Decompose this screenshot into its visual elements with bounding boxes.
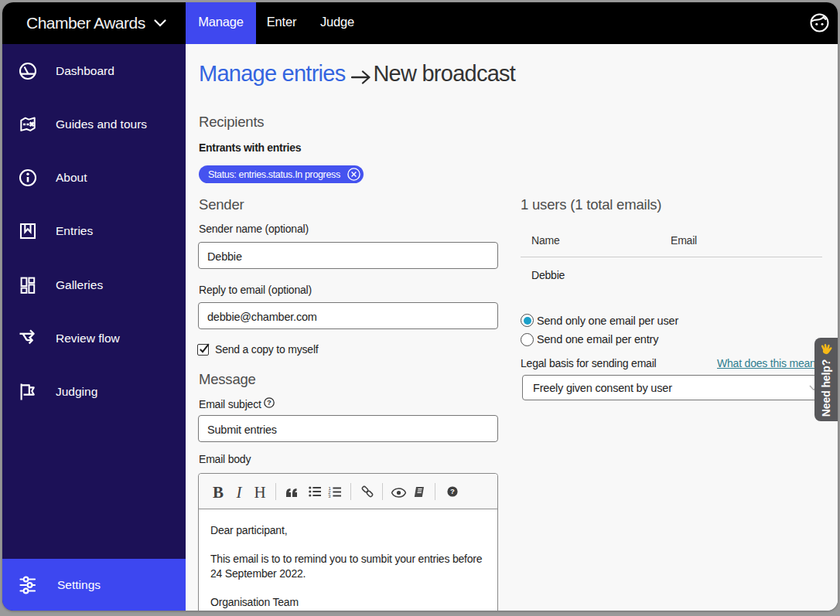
svg-text:3: 3: [328, 494, 331, 498]
svg-text:?: ?: [450, 487, 455, 495]
svg-text:?: ?: [267, 398, 271, 407]
